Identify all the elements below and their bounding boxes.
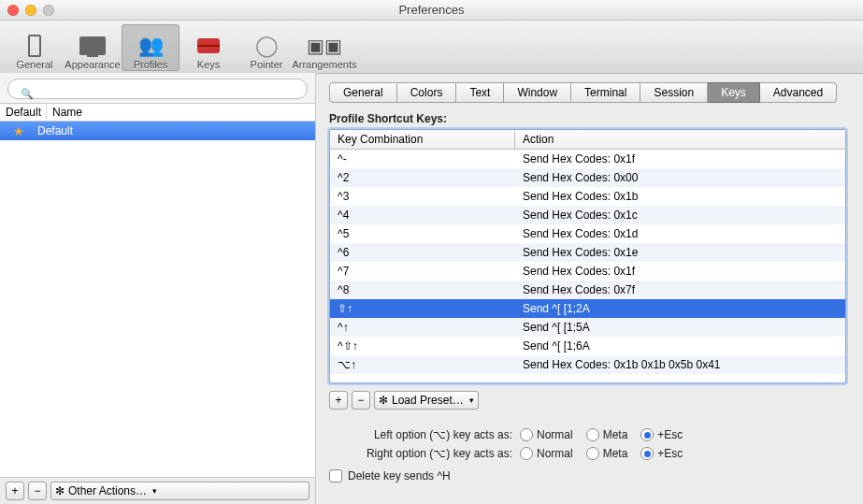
right-option-esc[interactable]: +Esc [640, 447, 683, 460]
toolbar-label: Profiles [134, 59, 168, 70]
search-input[interactable] [7, 79, 308, 99]
gear-icon: ✻ [55, 484, 65, 497]
tab-text[interactable]: Text [456, 82, 504, 103]
toolbar-label: General [16, 59, 52, 70]
cell-key: ^8 [330, 283, 515, 296]
cell-key: ⇧↑ [330, 302, 515, 315]
toolbar-label: Keys [197, 59, 220, 70]
remove-profile-button[interactable]: − [28, 482, 47, 500]
remove-shortcut-button[interactable]: − [352, 391, 370, 410]
table-row[interactable]: ^⇧↑Send ^[ [1;6A [330, 337, 845, 355]
cell-key: ^⇧↑ [330, 339, 515, 353]
toolbar-arrangements[interactable]: ▣▣Arrangements [295, 24, 353, 71]
cell-key: ⌥↑ [330, 358, 515, 371]
star-icon: ★ [13, 124, 24, 138]
table-row[interactable]: ^↑Send ^[ [1;5A [330, 318, 845, 337]
other-actions-label: Other Actions… [68, 484, 147, 497]
toolbar-keys[interactable]: Keys [180, 24, 237, 71]
cell-action: Send Hex Codes: 0x00 [515, 171, 845, 184]
table-row[interactable]: ^6Send Hex Codes: 0x1e [330, 243, 845, 262]
cell-action: Send Hex Codes: 0x1f [515, 265, 845, 278]
delete-sends-checkbox[interactable] [329, 469, 342, 482]
cell-key: ^- [330, 152, 515, 166]
profile-row[interactable]: ★Default [0, 122, 315, 140]
profiles-icon: 👥 [136, 33, 165, 59]
table-row[interactable]: ^2Send Hex Codes: 0x00 [330, 168, 845, 187]
table-row[interactable]: ^5Send Hex Codes: 0x1d [330, 224, 845, 243]
appearance-icon [78, 33, 108, 59]
tab-keys[interactable]: Keys [708, 82, 760, 103]
cell-action: Send Hex Codes: 0x1b 0x1b 0x5b 0x41 [515, 358, 845, 371]
toolbar-label: Appearance [65, 59, 120, 70]
tab-terminal[interactable]: Terminal [571, 82, 640, 103]
profile-list-header: Default Name [0, 103, 315, 122]
section-title: Profile Shortcut Keys: [329, 112, 846, 125]
right-option-label: Right option (⌥) key acts as: [329, 447, 520, 460]
gear-icon: ✻ [379, 394, 388, 407]
delete-sends-label: Delete key sends ^H [348, 469, 451, 482]
right-option-meta[interactable]: Meta [586, 447, 628, 460]
right-option-radios: Normal Meta +Esc [520, 447, 683, 460]
load-preset-menu[interactable]: ✻ Load Preset… ▾ [374, 391, 479, 410]
profile-name: Default [37, 124, 73, 137]
add-shortcut-button[interactable]: + [329, 391, 348, 410]
toolbar-appearance[interactable]: Appearance [64, 24, 122, 71]
left-option-label: Left option (⌥) key acts as: [329, 428, 520, 441]
col-name: Name [47, 104, 315, 121]
keys-icon [194, 33, 223, 59]
table-row[interactable]: ⌥↑Send Hex Codes: 0x1b 0x1b 0x5b 0x41 [330, 355, 845, 374]
cell-key: ^2 [330, 171, 515, 184]
tab-advanced[interactable]: Advanced [760, 82, 837, 103]
toolbar-pointer[interactable]: ◯Pointer [237, 24, 295, 71]
load-preset-label: Load Preset… [392, 394, 464, 407]
cell-action: Send Hex Codes: 0x1c [515, 209, 845, 222]
cell-action: Send Hex Codes: 0x1e [515, 246, 845, 259]
table-row[interactable]: ^-Send Hex Codes: 0x1f [330, 150, 845, 168]
col-default: Default [0, 104, 47, 121]
tab-session[interactable]: Session [640, 82, 708, 103]
toolbar-label: Arrangements [292, 59, 356, 70]
profile-list: ★Default [0, 122, 315, 477]
left-option-normal[interactable]: Normal [520, 428, 573, 441]
cell-key: ^3 [330, 190, 515, 203]
tab-colors[interactable]: Colors [397, 82, 457, 103]
shortcut-table: Key Combination Action ^-Send Hex Codes:… [329, 129, 846, 383]
window-title: Preferences [0, 3, 863, 17]
table-row[interactable]: ^7Send Hex Codes: 0x1f [330, 262, 845, 281]
cell-action: Send Hex Codes: 0x7f [515, 283, 845, 296]
general-icon [20, 33, 50, 59]
cell-action: Send Hex Codes: 0x1f [515, 152, 845, 166]
cell-action: Send ^[ [1;6A [515, 339, 845, 353]
table-row[interactable]: ^8Send Hex Codes: 0x7f [330, 281, 845, 299]
toolbar-general[interactable]: General [6, 24, 64, 71]
cell-key: ^4 [330, 209, 515, 222]
other-actions-menu[interactable]: ✻ Other Actions… ▾ [50, 482, 309, 500]
left-option-esc[interactable]: +Esc [640, 428, 683, 441]
toolbar-profiles[interactable]: 👥Profiles [122, 24, 180, 71]
cell-action: Send Hex Codes: 0x1d [515, 227, 845, 240]
chevron-down-icon: ▾ [152, 486, 157, 496]
arrangements-icon: ▣▣ [309, 33, 339, 59]
chevron-down-icon: ▾ [469, 396, 474, 405]
col-action[interactable]: Action [515, 130, 845, 149]
table-row[interactable]: ^4Send Hex Codes: 0x1c [330, 206, 845, 224]
toolbar-label: Pointer [251, 59, 283, 70]
left-option-meta[interactable]: Meta [586, 428, 628, 441]
left-option-radios: Normal Meta +Esc [520, 428, 683, 441]
pointer-icon: ◯ [252, 33, 281, 59]
cell-action: Send Hex Codes: 0x1b [515, 190, 845, 203]
cell-key: ^↑ [330, 321, 515, 334]
cell-action: Send ^[ [1;2A [515, 302, 845, 315]
cell-key: ^6 [330, 246, 515, 259]
table-row[interactable]: ⇧↑Send ^[ [1;2A [330, 299, 845, 318]
add-profile-button[interactable]: + [6, 482, 24, 500]
tab-window[interactable]: Window [504, 82, 571, 103]
col-key-combo[interactable]: Key Combination [330, 130, 515, 149]
table-row[interactable]: ^3Send Hex Codes: 0x1b [330, 187, 845, 206]
tab-general[interactable]: General [329, 82, 397, 103]
cell-key: ^7 [330, 265, 515, 278]
cell-action: Send ^[ [1;5A [515, 321, 845, 334]
cell-key: ^5 [330, 227, 515, 240]
right-option-normal[interactable]: Normal [520, 447, 573, 460]
